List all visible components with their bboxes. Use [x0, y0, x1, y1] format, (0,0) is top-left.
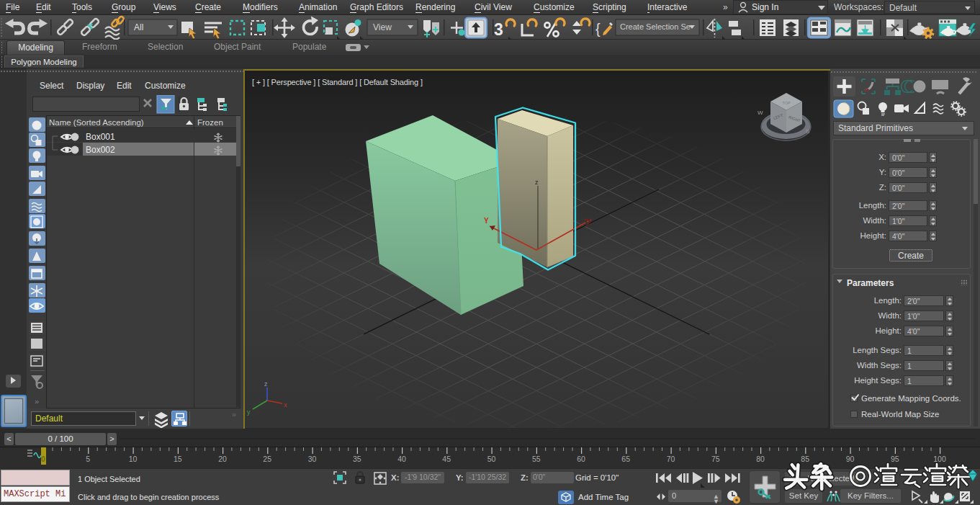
svg-text:15: 15 — [174, 455, 182, 463]
svg-text:Create Selection Se: Create Selection Se — [620, 22, 691, 31]
svg-text:y: y — [247, 408, 251, 416]
svg-text:35: 35 — [353, 455, 361, 463]
svg-text:View: View — [373, 22, 392, 32]
svg-text:55: 55 — [532, 455, 541, 463]
svg-text:40: 40 — [397, 455, 406, 463]
svg-text:70: 70 — [667, 455, 675, 463]
svg-text:85: 85 — [801, 455, 809, 463]
svg-text:90: 90 — [846, 455, 855, 463]
svg-text:25: 25 — [263, 455, 271, 463]
svg-text:S: S — [806, 128, 809, 135]
svg-text:[ + ] [ Perspective ] [ Standa: [ + ] [ Perspective ] [ Standard ] [ Def… — [252, 78, 423, 86]
svg-text:0: 0 — [41, 455, 45, 463]
svg-text:75: 75 — [711, 455, 720, 463]
svg-text:100: 100 — [933, 455, 946, 463]
svg-text:65: 65 — [621, 455, 630, 463]
svg-text:Y: Y — [484, 217, 489, 225]
svg-text:60: 60 — [577, 455, 585, 463]
svg-text:3: 3 — [494, 20, 503, 39]
svg-text:95: 95 — [891, 455, 899, 463]
svg-text:z: z — [535, 179, 539, 186]
svg-text:W: W — [758, 110, 763, 116]
svg-text:20: 20 — [218, 455, 227, 463]
svg-text:x: x — [284, 401, 287, 408]
svg-text:80: 80 — [756, 455, 765, 463]
svg-text:{: { — [595, 21, 601, 37]
svg-text:5: 5 — [86, 455, 90, 463]
svg-text:45: 45 — [442, 455, 451, 463]
svg-text:z: z — [264, 380, 268, 388]
svg-text:All: All — [134, 22, 143, 32]
svg-text:TOP: TOP — [782, 101, 791, 105]
svg-text:50: 50 — [487, 455, 496, 463]
svg-text:10: 10 — [129, 455, 138, 463]
svg-text:30: 30 — [308, 455, 317, 463]
